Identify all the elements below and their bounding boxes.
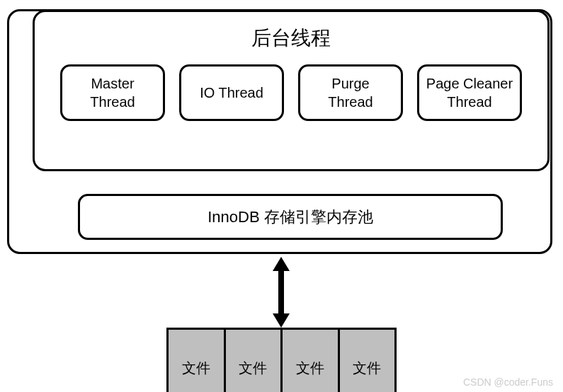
purge-thread-box: PurgeThread bbox=[298, 64, 403, 121]
file-cell: 文件 bbox=[226, 330, 283, 392]
files-container: 文件 文件 文件 文件 bbox=[166, 328, 397, 392]
file-label: 文件 bbox=[182, 359, 210, 378]
arrow-shaft bbox=[278, 267, 284, 318]
innodb-architecture-box: 后台线程 MasterThread IO Thread PurgeThread … bbox=[7, 9, 552, 254]
io-thread-box: IO Thread bbox=[179, 64, 284, 121]
threads-row: MasterThread IO Thread PurgeThread Page … bbox=[35, 64, 547, 121]
master-thread-box: MasterThread bbox=[60, 64, 165, 121]
thread-label: PurgeThread bbox=[328, 74, 373, 111]
file-cell: 文件 bbox=[283, 330, 340, 392]
file-cell: 文件 bbox=[340, 330, 395, 392]
background-threads-title: 后台线程 bbox=[35, 25, 547, 52]
arrow-down-icon bbox=[273, 313, 290, 328]
bidirectional-arrow-icon bbox=[274, 257, 288, 328]
thread-label: Page CleanerThread bbox=[426, 74, 513, 111]
thread-label: MasterThread bbox=[90, 74, 135, 111]
watermark-text: CSDN @coder.Funs bbox=[463, 376, 553, 388]
file-label: 文件 bbox=[239, 359, 267, 378]
mempool-label: InnoDB 存储引擎内存池 bbox=[207, 207, 373, 228]
background-threads-box: 后台线程 MasterThread IO Thread PurgeThread … bbox=[33, 10, 550, 171]
file-label: 文件 bbox=[296, 359, 324, 378]
page-cleaner-thread-box: Page CleanerThread bbox=[417, 64, 522, 121]
innodb-memory-pool-box: InnoDB 存储引擎内存池 bbox=[78, 194, 503, 240]
file-cell: 文件 bbox=[169, 330, 226, 392]
thread-label: IO Thread bbox=[200, 83, 263, 102]
file-label: 文件 bbox=[353, 359, 381, 378]
